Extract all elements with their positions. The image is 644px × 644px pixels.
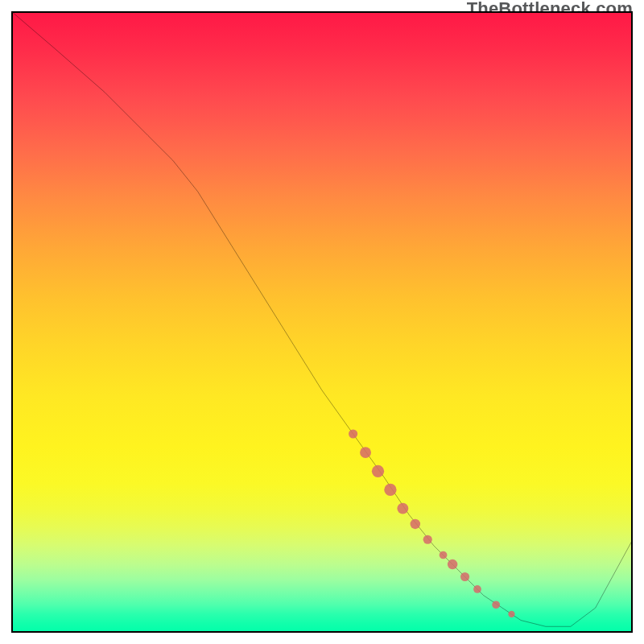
plot-area <box>11 11 633 633</box>
highlight-point <box>397 503 408 514</box>
highlight-point <box>360 447 371 458</box>
highlight-point <box>448 559 458 570</box>
highlight-point <box>460 572 469 581</box>
highlight-point <box>411 519 421 530</box>
highlight-point <box>440 551 448 559</box>
highlight-point <box>423 535 432 544</box>
highlight-point <box>349 429 357 438</box>
highlight-point <box>508 611 514 617</box>
bottleneck-curve <box>11 11 633 626</box>
highlight-point <box>372 465 384 477</box>
highlight-point <box>473 585 481 593</box>
highlight-point <box>384 484 396 496</box>
highlight-point <box>492 601 500 609</box>
highlight-segment <box>349 429 515 617</box>
chart-svg <box>11 11 633 633</box>
chart-stage: TheBottleneck.com <box>0 0 644 644</box>
